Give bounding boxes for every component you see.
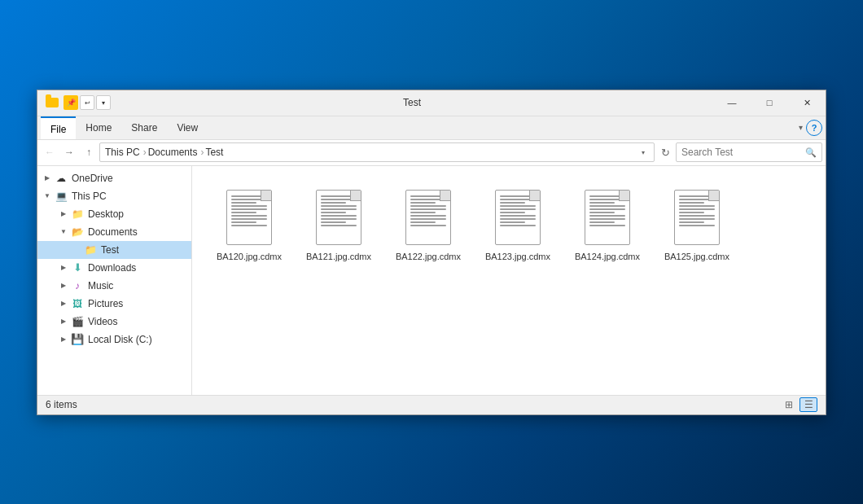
file-item-4[interactable]: BA124.jpg.cdmx (567, 182, 648, 267)
file-name-5: BA125.jpg.cdmx (664, 251, 729, 262)
view-buttons: ⊞ ☰ (780, 397, 817, 412)
doc-icon-1 (316, 190, 361, 245)
toggle-thispc[interactable]: ▼ (41, 187, 54, 205)
folder-icon (46, 98, 59, 107)
ribbon: File Home Share View ▾ ? (37, 116, 826, 140)
harddisk-icon: 💾 (70, 332, 85, 347)
minimize-button[interactable]: — (713, 90, 751, 116)
doc-icon-5 (674, 190, 720, 245)
up-button[interactable]: ↑ (80, 143, 98, 161)
back-button[interactable]: ← (41, 143, 59, 161)
sidebar: ▶ ☁ OneDrive ▼ 💻 This PC ▶ 📁 Desktop ▼ 📂… (37, 166, 192, 395)
forward-button[interactable]: → (60, 143, 78, 161)
status-bar: 6 items ⊞ ☰ (37, 395, 826, 414)
sidebar-label-test: Test (101, 244, 119, 256)
breadcrumb-sep-2: › (200, 147, 204, 158)
search-bar[interactable]: 🔍 (676, 142, 822, 162)
test-folder-icon: 📁 (83, 243, 98, 257)
main-content: ▶ ☁ OneDrive ▼ 💻 This PC ▶ 📁 Desktop ▼ 📂… (37, 166, 826, 395)
address-bar: ← → ↑ This PC › Documents › Test ▾ ↻ 🔍 (37, 140, 826, 166)
sidebar-label-desktop: Desktop (88, 208, 124, 220)
doc-icon-4 (585, 190, 630, 245)
sidebar-item-documents[interactable]: ▼ 📂 Documents (37, 223, 191, 241)
help-button[interactable]: ? (806, 120, 822, 136)
quick-access-toolbar: 📌 ↩ ▾ (64, 95, 111, 110)
tab-file[interactable]: File (41, 116, 76, 139)
file-icon-0 (223, 187, 275, 248)
sidebar-item-onedrive[interactable]: ▶ ☁ OneDrive (37, 169, 191, 187)
music-icon: ♪ (70, 278, 85, 293)
toggle-downloads[interactable]: ▶ (57, 259, 70, 277)
file-area: BA120.jpg.cdmx (192, 166, 826, 395)
file-icon-3 (492, 187, 544, 248)
tab-view[interactable]: View (167, 116, 208, 139)
view-list-button[interactable]: ☰ (799, 397, 817, 412)
sidebar-label-pictures: Pictures (88, 298, 123, 309)
sidebar-item-test[interactable]: 📁 Test (37, 241, 191, 259)
file-icon-1 (313, 187, 365, 248)
qa-pin-button[interactable]: 📌 (64, 95, 78, 110)
tab-home[interactable]: Home (76, 116, 121, 139)
close-button[interactable]: ✕ (788, 90, 826, 116)
breadcrumb-dropdown-icon[interactable]: ▾ (637, 149, 649, 156)
file-item-0[interactable]: BA120.jpg.cdmx (208, 182, 290, 267)
file-icon-5 (671, 187, 723, 248)
view-grid-button[interactable]: ⊞ (780, 397, 798, 412)
file-name-3: BA123.jpg.cdmx (485, 251, 550, 262)
tab-share[interactable]: Share (121, 116, 167, 139)
window-icon (44, 94, 60, 111)
files-grid: BA120.jpg.cdmx (208, 182, 809, 267)
sidebar-item-videos[interactable]: ▶ 🎬 Videos (37, 313, 191, 331)
window-title: Test (111, 97, 713, 108)
file-item-2[interactable]: BA122.jpg.cdmx (388, 182, 469, 267)
window-controls: — □ ✕ (713, 90, 826, 116)
sidebar-item-thispc[interactable]: ▼ 💻 This PC (37, 187, 191, 205)
toggle-documents[interactable]: ▼ (57, 223, 70, 241)
file-icon-2 (402, 187, 454, 248)
maximize-button[interactable]: □ (751, 90, 788, 116)
toggle-localdisk[interactable]: ▶ (57, 331, 70, 348)
sidebar-item-music[interactable]: ▶ ♪ Music (37, 277, 191, 295)
sidebar-label-thispc: This PC (72, 191, 107, 202)
ribbon-expand-icon[interactable]: ▾ (799, 123, 803, 132)
sidebar-item-pictures[interactable]: ▶ 🖼 Pictures (37, 295, 191, 313)
breadcrumb-test[interactable]: Test (205, 147, 223, 158)
file-name-4: BA124.jpg.cdmx (575, 251, 640, 262)
sidebar-label-videos: Videos (88, 316, 117, 327)
explorer-window: 📌 ↩ ▾ Test — □ ✕ File Home Share View ▾ … (37, 90, 826, 415)
sidebar-label-onedrive: OneDrive (72, 173, 113, 184)
file-item-5[interactable]: BA125.jpg.cdmx (656, 182, 738, 267)
refresh-button[interactable]: ↻ (656, 143, 674, 161)
title-bar: 📌 ↩ ▾ Test — □ ✕ (37, 90, 826, 116)
qa-undo-button[interactable]: ↩ (80, 95, 94, 110)
file-item-1[interactable]: BA121.jpg.cdmx (298, 182, 379, 267)
doc-icon-3 (495, 190, 541, 245)
sidebar-item-desktop[interactable]: ▶ 📁 Desktop (37, 205, 191, 223)
toggle-desktop[interactable]: ▶ (57, 205, 70, 223)
pictures-icon: 🖼 (70, 296, 85, 311)
search-icon[interactable]: 🔍 (805, 147, 817, 158)
desktop-icon: 📁 (70, 207, 85, 221)
sidebar-item-downloads[interactable]: ▶ ⬇ Downloads (37, 259, 191, 277)
breadcrumb-sep-1: › (143, 147, 147, 158)
onedrive-icon: ☁ (54, 171, 68, 186)
file-name-0: BA120.jpg.cdmx (217, 251, 282, 262)
file-name-1: BA121.jpg.cdmx (306, 251, 371, 262)
doc-icon-0 (226, 190, 272, 245)
file-name-2: BA122.jpg.cdmx (396, 251, 461, 262)
breadcrumb-documents[interactable]: Documents › (148, 147, 206, 158)
breadcrumb-documents-label: Documents (148, 147, 198, 158)
breadcrumb-thispc[interactable]: This PC › (105, 147, 148, 158)
toggle-pictures[interactable]: ▶ (57, 295, 70, 313)
breadcrumb-thispc-label: This PC (105, 147, 140, 158)
doc-icon-2 (405, 190, 451, 245)
breadcrumb[interactable]: This PC › Documents › Test ▾ (99, 142, 655, 162)
qa-dropdown-button[interactable]: ▾ (96, 95, 111, 110)
toggle-music[interactable]: ▶ (57, 277, 70, 295)
downloads-icon: ⬇ (70, 261, 85, 275)
toggle-videos[interactable]: ▶ (57, 313, 70, 331)
file-item-3[interactable]: BA123.jpg.cdmx (477, 182, 559, 267)
sidebar-item-localdisk[interactable]: ▶ 💾 Local Disk (C:) (37, 331, 191, 348)
toggle-onedrive[interactable]: ▶ (41, 169, 54, 187)
search-input[interactable] (681, 147, 805, 158)
